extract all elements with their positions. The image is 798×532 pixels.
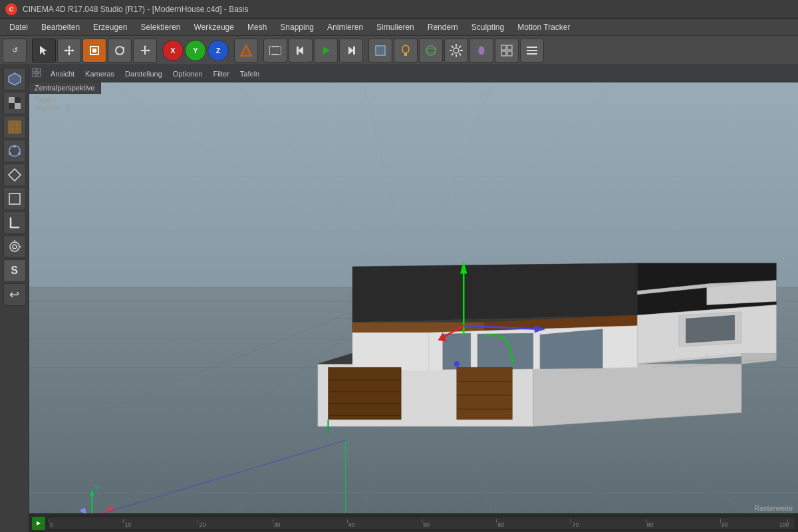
svg-point-31 — [426, 49, 436, 53]
toolbar: ↺ X Y Z — [0, 36, 798, 65]
axis-x-button[interactable]: X — [162, 40, 184, 61]
svg-point-33 — [479, 47, 484, 55]
select-tool-button[interactable] — [32, 39, 56, 63]
svg-marker-15 — [241, 45, 251, 56]
more-button[interactable] — [520, 39, 544, 63]
svg-marker-95 — [352, 263, 637, 323]
svg-marker-0 — [40, 46, 47, 55]
sphere-button[interactable] — [419, 39, 443, 63]
vp-menu-optionen[interactable]: Optionen — [168, 68, 208, 79]
vp-menu-kameras[interactable]: Kameras — [80, 68, 120, 79]
menu-animieren[interactable]: Animieren — [321, 21, 370, 33]
svg-marker-115 — [457, 367, 513, 419]
sidebar-undo[interactable]: ↩ — [3, 283, 26, 306]
menu-motion-tracker[interactable]: Motion Tracker — [511, 21, 577, 33]
left-sidebar: S ↩ — [0, 65, 29, 532]
svg-rect-42 — [9, 97, 15, 103]
3d-scene: Y — [29, 65, 798, 532]
timeline: ▶ 0 10 20 30 40 50 60 70 80 — [29, 513, 798, 532]
grid-view-button[interactable] — [495, 39, 519, 63]
title-bar: C CINEMA 4D R17.048 Studio (R17) - [Mode… — [0, 0, 798, 19]
total-stat: Total — [35, 96, 70, 104]
move-tool-button[interactable] — [57, 39, 81, 63]
sidebar-s-logo[interactable]: S — [3, 259, 26, 282]
sidebar-diamond-mode[interactable] — [3, 164, 26, 186]
sidebar-object-mode[interactable] — [3, 68, 26, 90]
playback-prev-button[interactable] — [289, 39, 313, 63]
svg-rect-64 — [37, 73, 41, 76]
menu-bearbeiten[interactable]: Bearbeiten — [35, 21, 86, 33]
paint-brush-button[interactable] — [394, 39, 418, 63]
svg-rect-37 — [507, 51, 512, 56]
menu-mesh[interactable]: Mesh — [241, 21, 273, 33]
svg-point-28 — [402, 45, 409, 53]
sidebar-uv-mode[interactable] — [3, 92, 26, 114]
svg-point-53 — [18, 152, 21, 155]
sidebar-l-shape[interactable] — [3, 211, 26, 234]
menu-sculpting[interactable]: Sculpting — [465, 21, 511, 33]
axis-y-button[interactable]: Y — [185, 40, 206, 61]
svg-point-52 — [13, 145, 16, 148]
viewport-stats: Total Objekte 3 — [35, 96, 70, 112]
undo-button[interactable]: ↺ — [3, 39, 27, 63]
viewport-perspective-label: Zentralperspektive — [29, 82, 101, 94]
svg-marker-104 — [540, 329, 602, 369]
rasterweite-label: Rasterweite — [754, 504, 793, 512]
svg-rect-62 — [37, 68, 41, 72]
light-button[interactable] — [469, 39, 493, 63]
svg-rect-44 — [9, 103, 15, 109]
menu-selektieren[interactable]: Selektieren — [134, 21, 187, 33]
sidebar-cursor[interactable] — [3, 235, 26, 258]
svg-marker-6 — [72, 49, 74, 52]
shape-tool-button[interactable] — [234, 39, 258, 63]
svg-marker-21 — [298, 47, 303, 55]
viewport[interactable]: Ansicht Kameras Darstellung Optionen Fil… — [29, 65, 798, 532]
svg-point-58 — [13, 245, 17, 249]
play-button[interactable] — [314, 39, 338, 63]
menu-werkzeuge[interactable]: Werkzeuge — [187, 21, 240, 33]
sidebar-texture-mode[interactable] — [3, 116, 26, 138]
svg-rect-61 — [33, 68, 36, 72]
menu-erzeugen[interactable]: Erzeugen — [86, 21, 134, 33]
sidebar-box-mode[interactable] — [3, 188, 26, 210]
svg-marker-110 — [329, 367, 402, 419]
svg-rect-18 — [279, 47, 281, 55]
vp-menu-tafeln[interactable]: Tafeln — [235, 68, 265, 79]
cog-button[interactable] — [444, 39, 468, 63]
svg-rect-36 — [501, 51, 506, 56]
vp-menu-ansicht[interactable]: Ansicht — [45, 68, 80, 79]
svg-rect-8 — [92, 49, 96, 53]
svg-point-30 — [426, 46, 436, 55]
menu-datei[interactable]: Datei — [3, 21, 35, 33]
svg-rect-63 — [33, 73, 36, 76]
playback-next-button[interactable] — [339, 39, 363, 63]
scale-tool-button[interactable] — [82, 39, 106, 63]
cube-view-button[interactable] — [368, 39, 392, 63]
svg-point-9 — [116, 47, 124, 55]
play-timeline-button[interactable]: ▶ — [32, 517, 45, 530]
svg-rect-17 — [270, 47, 272, 55]
menu-snapping[interactable]: Snapping — [273, 21, 321, 33]
svg-text:Y: Y — [94, 484, 98, 491]
svg-rect-22 — [297, 47, 299, 55]
svg-marker-3 — [68, 45, 70, 48]
svg-marker-12 — [144, 45, 146, 47]
vp-menu-darstellung[interactable]: Darstellung — [120, 68, 168, 79]
axis-z-button[interactable]: Z — [207, 40, 229, 61]
menu-simulieren[interactable]: Simulieren — [370, 21, 421, 33]
svg-marker-13 — [148, 49, 150, 52]
time-ruler[interactable]: 0 10 20 30 40 50 60 70 80 90 1 — [48, 517, 795, 530]
menu-rendern[interactable]: Rendern — [421, 21, 465, 33]
menu-bar: Datei Bearbeiten Erzeugen Selektieren We… — [0, 19, 798, 36]
svg-point-131 — [454, 361, 460, 366]
cinema-logo: C — [5, 3, 17, 15]
film-record-button[interactable] — [263, 39, 287, 63]
transform-button[interactable] — [133, 39, 157, 63]
sidebar-node-mode[interactable] — [3, 140, 26, 162]
vp-menu-filter[interactable]: Filter — [207, 68, 234, 79]
svg-marker-5 — [64, 49, 66, 52]
svg-rect-27 — [376, 46, 385, 55]
svg-rect-43 — [15, 97, 21, 103]
svg-rect-56 — [9, 194, 20, 204]
rotate-tool-button[interactable] — [108, 39, 132, 63]
